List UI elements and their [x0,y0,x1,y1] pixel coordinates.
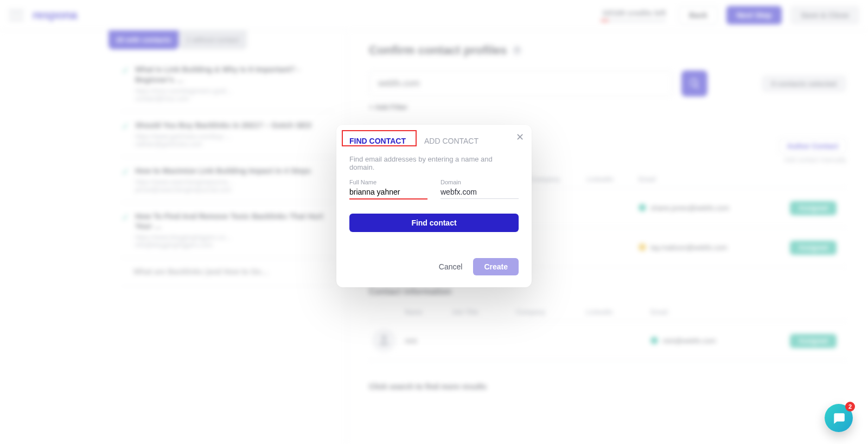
cancel-button[interactable]: Cancel [436,262,466,272]
create-button[interactable]: Create [473,258,519,275]
full-name-field-wrapper: Full Name [349,179,427,200]
chat-icon [832,411,846,425]
domain-label: Domain [441,179,519,185]
tab-find-contact[interactable]: FIND CONTACT [349,134,406,147]
chat-unread-badge: 2 [845,402,855,411]
tab-add-contact[interactable]: ADD CONTACT [424,134,478,147]
chat-launcher[interactable]: 2 [825,404,853,432]
modal-overlay: ✕ FIND CONTACT ADD CONTACT Find email ad… [0,0,868,444]
full-name-label: Full Name [349,179,427,185]
find-contact-modal: ✕ FIND CONTACT ADD CONTACT Find email ad… [336,125,532,287]
find-contact-button[interactable]: Find contact [349,214,519,232]
domain-field-wrapper: Domain [441,179,519,200]
domain-input[interactable] [441,186,519,199]
modal-help-text: Find email addresses by entering a name … [349,155,519,171]
full-name-input[interactable] [349,186,427,200]
